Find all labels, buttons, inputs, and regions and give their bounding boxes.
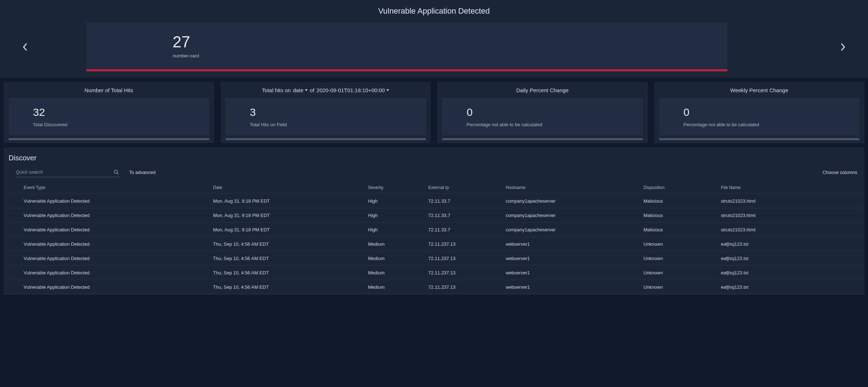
stats-row: Number of Total Hits32Total DiscoveredTo… [0, 82, 868, 143]
cell-ip: 72.11.237.13 [425, 251, 503, 266]
caret-down-icon [305, 89, 308, 91]
cell-severity: Medium [365, 251, 425, 266]
discover-title: Discover [4, 154, 864, 167]
table-row[interactable]: Vulnerable Application DetectedThu, Sep … [4, 266, 864, 280]
cell-hostname: webserver1 [503, 266, 641, 280]
table-row[interactable]: Vulnerable Application DetectedMon, Aug … [4, 223, 864, 237]
caret-down-icon [386, 89, 389, 91]
stat-value: 3 [250, 106, 426, 118]
cell-date: Mon, Aug 31, 9:18 PM EDT [210, 194, 365, 208]
scrollbar[interactable] [442, 138, 643, 140]
table-row[interactable]: Vulnerable Application DetectedThu, Sep … [4, 237, 864, 251]
cell-event: Vulnerable Application Detected [4, 237, 210, 251]
cell-filename: struts21023.html [718, 194, 864, 208]
stat-title: Total hits ondateof2020-09-01T01:18:10+0… [226, 87, 426, 93]
cell-ip: 72.11.33.7 [425, 194, 503, 208]
cell-event: Vulnerable Application Detected [4, 208, 210, 223]
stat-panel: Total hits ondateof2020-09-01T01:18:10+0… [221, 82, 431, 143]
stat-label: Total Hits on Field [250, 122, 426, 127]
to-advanced-link[interactable]: To advanced [129, 170, 156, 175]
column-header[interactable]: External Ip [425, 181, 503, 194]
cell-severity: Medium [365, 280, 425, 294]
stat-date-value-dropdown[interactable]: 2020-09-01T01:18:10+00:00 [316, 87, 389, 93]
table-row[interactable]: Vulnerable Application DetectedThu, Sep … [4, 251, 864, 266]
cell-hostname: webserver1 [503, 280, 641, 294]
chevron-left-icon [23, 43, 28, 51]
choose-columns-link[interactable]: Choose columns [822, 170, 857, 175]
cell-date: Thu, Sep 10, 4:56 AM EDT [210, 237, 365, 251]
stat-title: Number of Total Hits [9, 87, 209, 93]
stat-label: Total Discovered [33, 122, 209, 127]
cell-disposition: Malicious [641, 194, 718, 208]
cell-disposition: Unknown [641, 280, 718, 294]
stat-card: 0Percentage not able to be calculated [659, 98, 860, 135]
cell-hostname: webserver1 [503, 251, 641, 266]
column-header[interactable]: Date [210, 181, 365, 194]
cell-hostname: company1apacheserver [503, 194, 641, 208]
column-header[interactable]: Hostname [503, 181, 641, 194]
stat-value: 0 [467, 106, 643, 118]
cell-date: Thu, Sep 10, 4:56 AM EDT [210, 251, 365, 266]
search-wrap [16, 167, 120, 177]
stat-date-field-dropdown[interactable]: date [293, 87, 308, 93]
next-button[interactable] [836, 40, 850, 54]
column-header[interactable]: Event Type [4, 181, 210, 194]
scrollbar[interactable] [659, 138, 860, 140]
cell-disposition: Unknown [641, 251, 718, 266]
cell-filename: struts21023.html [718, 223, 864, 237]
cell-event: Vulnerable Application Detected [4, 223, 210, 237]
cell-disposition: Unknown [641, 266, 718, 280]
table-row[interactable]: Vulnerable Application DetectedThu, Sep … [4, 280, 864, 294]
chevron-right-icon [840, 43, 845, 51]
stat-card: 3Total Hits on Field [226, 98, 426, 135]
scrollbar[interactable] [226, 138, 426, 140]
svg-line-1 [117, 173, 118, 174]
cell-ip: 72.11.237.13 [425, 280, 503, 294]
column-header[interactable]: File Name [718, 181, 864, 194]
cell-severity: High [365, 194, 425, 208]
prev-button[interactable] [18, 40, 32, 54]
cell-severity: High [365, 208, 425, 223]
cell-severity: Medium [365, 237, 425, 251]
table-row[interactable]: Vulnerable Application DetectedMon, Aug … [4, 208, 864, 223]
stat-value: 0 [684, 106, 860, 118]
table-row[interactable]: Vulnerable Application DetectedMon, Aug … [4, 194, 864, 208]
table-header-row: Event TypeDateSeverityExternal IpHostnam… [4, 181, 864, 194]
stat-label: Percentage not able to be calculated [467, 122, 643, 127]
cell-filename: eafjhsj123.txt [718, 266, 864, 280]
cell-date: Thu, Sep 10, 4:56 AM EDT [210, 280, 365, 294]
stat-title: Daily Percent Change [442, 87, 643, 93]
cell-hostname: company1apacheserver [503, 208, 641, 223]
events-table: Event TypeDateSeverityExternal IpHostnam… [4, 181, 864, 294]
discover-toolbar: To advanced Choose columns [4, 167, 864, 181]
cell-event: Vulnerable Application Detected [4, 280, 210, 294]
stat-value: 32 [33, 106, 209, 118]
hero-value: 27 [173, 33, 727, 51]
cell-date: Mon, Aug 31, 9:18 PM EDT [210, 223, 365, 237]
cell-ip: 72.11.33.7 [425, 223, 503, 237]
stat-card: 32Total Discovered [9, 98, 209, 135]
cell-severity: High [365, 223, 425, 237]
stat-label: Percentage not able to be calculated [684, 122, 860, 127]
column-header[interactable]: Severity [365, 181, 425, 194]
column-header[interactable]: Disposition [641, 181, 718, 194]
cell-ip: 72.11.33.7 [425, 208, 503, 223]
stat-panel: Weekly Percent Change0Percentage not abl… [654, 82, 865, 143]
discover-section: Discover To advanced Choose columns Even… [4, 147, 864, 294]
cell-filename: eafjhsj123.txt [718, 237, 864, 251]
cell-ip: 72.11.237.13 [425, 237, 503, 251]
cell-event: Vulnerable Application Detected [4, 266, 210, 280]
cell-hostname: company1apacheserver [503, 223, 641, 237]
cell-event: Vulnerable Application Detected [4, 251, 210, 266]
cell-disposition: Malicious [641, 208, 718, 223]
stat-title: Weekly Percent Change [659, 87, 860, 93]
stat-panel: Daily Percent Change0Percentage not able… [437, 82, 648, 143]
cell-ip: 72.11.237.13 [425, 266, 503, 280]
cell-event: Vulnerable Application Detected [4, 194, 210, 208]
hero-label: number-card [173, 53, 727, 58]
cell-disposition: Unknown [641, 237, 718, 251]
cell-disposition: Malicious [641, 223, 718, 237]
hero-card-wrap: 27 number-card [0, 22, 868, 71]
search-input[interactable] [16, 167, 120, 177]
scrollbar[interactable] [9, 138, 209, 140]
